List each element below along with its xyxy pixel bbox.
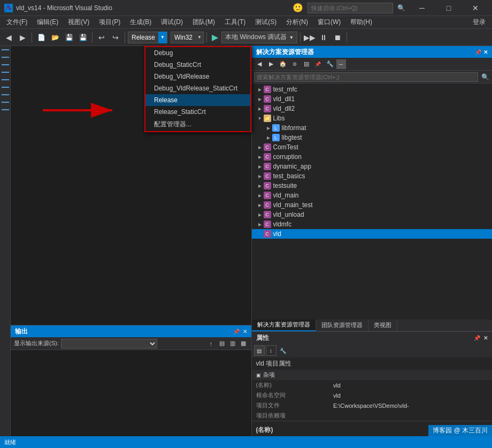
props-settings-btn[interactable]: 🔧 [278,345,288,356]
tree-item-vldmfc[interactable]: ▶ C vldmfc [252,219,493,229]
output-action-3[interactable]: ▥ [228,339,237,348]
se-forward-btn[interactable]: ▶ [266,59,276,70]
minimize-button[interactable]: ─ [410,0,434,16]
platform-label: Win32 [171,34,196,41]
output-action-4[interactable]: ▦ [239,339,248,348]
menu-analyze[interactable]: 分析(N) [282,17,312,28]
menu-debug[interactable]: 调试(D) [157,17,187,28]
tree-item-test-mfc[interactable]: ▶ C test_mfc [252,85,493,94]
toolbar-extra-3[interactable]: ⏹ [331,31,344,44]
activity-icon-8[interactable] [2,102,9,103]
tree-item-corruption[interactable]: ▶ C corruption [252,152,493,162]
config-option-debug-static[interactable]: Debug_StaticCrt [145,59,250,71]
config-option-release-static[interactable]: Release_StaticCrt [145,106,250,118]
activity-icon-5[interactable] [2,79,9,80]
config-option-debug[interactable]: Debug [145,47,250,59]
tree-item-vld[interactable]: C vld [252,229,493,239]
config-option-debug-vld-static[interactable]: Debug_VldRelease_StaticCrt [145,82,250,94]
tree-item-testsuite[interactable]: ▶ C testsuite [252,181,493,191]
tab-class-view[interactable]: 类视图 [368,320,397,331]
se-settings-btn[interactable]: 🔧 [325,59,335,70]
se-pin-icon[interactable]: 📌 [475,49,481,55]
se-refresh-btn[interactable]: ⚙ [289,59,300,70]
undo-button[interactable]: ↩ [95,31,108,44]
tree-expand-comtest: ▶ [256,145,264,150]
tree-label-comtest: ComTest [273,143,298,151]
activity-icon-6[interactable] [2,87,9,88]
output-pin-icon[interactable]: 📌 [233,329,240,335]
tree-expand-vld-dll1: ▶ [256,97,264,102]
tree-item-vld-main-test[interactable]: ▶ C vld_main_test [252,200,493,210]
output-action-1[interactable]: ↑ [206,339,216,348]
tree-item-vld-unload[interactable]: ▶ C vld_unload [252,210,493,219]
activity-icon-2[interactable] [2,57,9,58]
se-back-btn[interactable]: ◀ [254,59,265,70]
back-button[interactable]: ◀ [2,31,15,44]
menu-file[interactable]: 文件(F) [2,17,32,28]
menu-help[interactable]: 帮助(H) [346,17,376,28]
tab-team-explorer[interactable]: 团队资源管理器 [316,320,368,331]
output-source-select[interactable] [61,339,157,348]
activity-icon-7[interactable] [2,94,9,95]
tree-item-vld-dll2[interactable]: ▶ C vld_dll2 [252,104,493,113]
menu-team[interactable]: 团队(M) [188,17,219,28]
tree-item-vld-main[interactable]: ▶ C vld_main [252,191,493,200]
login-button[interactable]: 登录 [468,17,490,28]
tree-item-libgtest[interactable]: ▶ L libgtest [252,133,493,142]
platform-dropdown[interactable]: Win32 ▼ [171,32,204,43]
menu-edit[interactable]: 编辑(E) [33,17,63,28]
tab-solution-explorer[interactable]: 解决方案资源管理器 [252,320,316,331]
tree-item-libs[interactable]: ▼ 📁 Libs [252,113,493,123]
se-search-icon[interactable]: 🔍 [480,72,490,82]
se-pin-all-btn[interactable]: 📌 [313,59,324,70]
se-search-input[interactable] [254,72,479,82]
new-button[interactable]: 📄 [35,31,48,44]
run-button[interactable]: ▶ [210,31,220,43]
se-close-icon[interactable]: ✕ [483,49,488,55]
activity-icon-1[interactable] [2,49,9,50]
se-filter-btn[interactable]: ▤ [301,59,312,70]
tree-expand-dynamic-app: ▶ [256,164,264,169]
output-action-2[interactable]: ▤ [217,339,227,348]
output-close-icon[interactable]: ✕ [243,329,247,335]
restore-button[interactable]: □ [436,0,461,16]
config-dropdown[interactable]: Release ▼ [128,32,167,43]
props-close-icon[interactable]: ✕ [483,335,488,341]
props-pin-icon[interactable]: 📌 [474,335,480,341]
menu-view[interactable]: 视图(V) [64,17,94,28]
props-row-deps: 项目依赖项 [252,411,493,421]
forward-button[interactable]: ▶ [16,31,29,44]
debug-target-dropdown[interactable]: 本地 Windows 调试器 ▼ [221,32,297,43]
se-collapse-btn[interactable]: ─ [336,59,346,69]
toolbar-extra-1[interactable]: ▶▶ [303,31,316,44]
tree-label-vld-unload: vld_unload [273,211,304,218]
quick-launch-input[interactable] [308,3,393,13]
toolbar-extra-2[interactable]: ⏸ [317,31,330,44]
menu-project[interactable]: 项目(P) [95,17,125,28]
props-sort-btn[interactable]: ↕ [266,345,276,356]
activity-icon-3[interactable] [2,64,9,65]
props-grid-btn[interactable]: ▤ [254,345,265,356]
save-all-button[interactable]: 💾 [76,31,89,44]
config-option-release[interactable]: Release [145,94,250,106]
menu-build[interactable]: 生成(B) [126,17,156,28]
save-button[interactable]: 💾 [63,31,75,44]
tree-item-dynamic-app[interactable]: ▶ C dynamic_app [252,162,493,171]
tree-label-test-mfc: test_mfc [273,86,297,93]
open-button[interactable]: 📂 [49,31,62,44]
config-option-debug-vld[interactable]: Debug_VldRelease [145,71,250,82]
close-button[interactable]: ✕ [463,0,488,16]
activity-icon-4[interactable] [2,72,9,73]
tree-item-libformat[interactable]: ▶ L libformat [252,123,493,133]
menu-test[interactable]: 测试(S) [251,17,281,28]
se-home-btn[interactable]: 🏠 [278,59,288,70]
tree-item-vld-dll1[interactable]: ▶ C vld_dll1 [252,94,493,104]
config-option-config-manager[interactable]: 配置管理器... [145,118,250,131]
activity-icon-9[interactable] [2,109,9,110]
redo-button[interactable]: ↪ [109,31,122,44]
menu-tools[interactable]: 工具(T) [220,17,250,28]
menu-window[interactable]: 窗口(W) [313,17,345,28]
tree-expand-vld-dll2: ▶ [256,107,264,111]
tree-item-test-basics[interactable]: ▶ C test_basics [252,171,493,181]
tree-item-comtest[interactable]: ▶ C ComTest [252,142,493,152]
